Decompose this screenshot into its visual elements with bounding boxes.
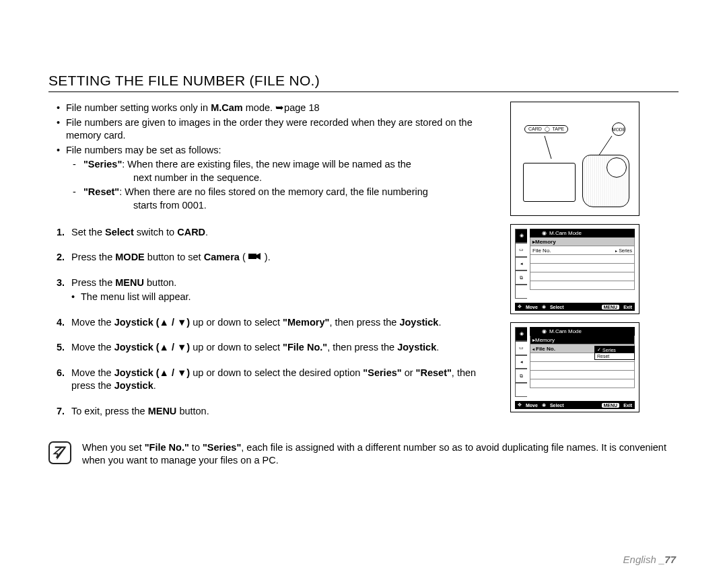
menu-screenshot-2: ◉ ▭ ◂ ⧉ ◉ M.Cam Mode ▸Memory ◂File No. [510, 322, 639, 412]
instruction-steps: Set the Select switch to CARD. Press the… [48, 226, 501, 418]
menu-category: ▸Memory [530, 336, 635, 344]
bullet-item: File numbers may be set as follows: [57, 144, 501, 157]
mode-label: MODE [612, 122, 625, 136]
menu-item-empty [530, 255, 635, 264]
step: Press the MENU button. The menu list wil… [57, 277, 501, 304]
menu-tab-icon: ⧉ [515, 270, 527, 285]
menu-item: File No. ▸Series [530, 246, 635, 255]
menu-tab-icon [515, 285, 527, 299]
note-block: When you set "File No." to "Series", eac… [48, 441, 679, 468]
intro-bullets: File number setting works only in M.Cam … [48, 102, 501, 157]
bullet-item: File numbers are given to images in the … [57, 116, 501, 143]
menu-tab-icon: ▭ [515, 243, 527, 257]
menu-tab-icon: ◂ [515, 355, 527, 369]
menu-mode-label: ◉ M.Cam Mode [530, 229, 635, 237]
step: Set the Select switch to CARD. [57, 226, 501, 240]
submenu-options: Series Reset [594, 346, 635, 360]
menu-item-empty [530, 272, 635, 281]
note-text: When you set "File No." to "Series", eac… [82, 441, 679, 468]
menu-tab-icon: ⧉ [515, 369, 527, 383]
svg-marker-1 [256, 253, 261, 260]
menu-footer: ✥Move ◉Select MENU Exit [515, 303, 635, 311]
option-reset: Reset [595, 353, 634, 359]
menu-tab-icon: ▭ [515, 341, 527, 355]
menu-tab-icon: ◂ [515, 257, 527, 271]
menu-item-empty [530, 371, 635, 379]
step: Move the Joystick (▲ / ▼) up or down to … [57, 367, 501, 393]
menu-mode-label: ◉ M.Cam Mode [530, 327, 635, 336]
definition-series: - "Series": When there are existing file… [73, 158, 501, 184]
menu-screenshot-1: ◉ ▭ ◂ ⧉ ◉ M.Cam Mode ▸Memory File No. ▸S… [510, 224, 639, 314]
menu-item-empty [530, 264, 635, 272]
camera-icon [248, 251, 262, 264]
menu-item-empty [530, 362, 635, 371]
step: Press the MODE button to set Camera ( ). [57, 251, 501, 264]
svg-line-3 [598, 136, 612, 156]
menu-tab-icon: ◉ [515, 229, 527, 243]
card-label: CARD ◯ TAPE [524, 125, 568, 133]
menu-item-empty [530, 281, 635, 290]
option-series: Series [595, 346, 634, 353]
menu-item-empty [530, 379, 635, 388]
illustrations-column: CARD ◯ TAPE MODE ◉ ▭ ◂ [510, 102, 642, 431]
step: Move the Joystick (▲ / ▼) up or down to … [57, 316, 501, 330]
page-title: SETTING THE FILE NUMBER (FILE NO.) [48, 73, 679, 92]
manual-page: SETTING THE FILE NUMBER (FILE NO.) File … [48, 73, 679, 468]
menu-footer: ✥Move ◉Select MENU Exit [515, 401, 635, 409]
definition-reset: - "Reset": When there are no files store… [73, 186, 501, 212]
svg-rect-0 [248, 254, 256, 259]
bullet-item: File number setting works only in M.Cam … [57, 102, 501, 115]
mode-definitions: - "Series": When there are existing file… [73, 158, 501, 212]
menu-category: ▸Memory [530, 237, 635, 246]
substep: The menu list will appear. [71, 291, 501, 304]
step: Move the Joystick (▲ / ▼) up or down to … [57, 341, 501, 355]
main-content: File number setting works only in M.Cam … [48, 102, 501, 431]
menu-tab-icon: ◉ [515, 327, 527, 341]
camera-illustration: CARD ◯ TAPE MODE [510, 102, 639, 216]
camera-body [520, 155, 629, 210]
page-footer: English _77 [623, 554, 676, 565]
menu-tab-icon [515, 383, 527, 397]
note-icon [48, 441, 71, 464]
step: To exit, press the MENU button. [57, 405, 501, 418]
